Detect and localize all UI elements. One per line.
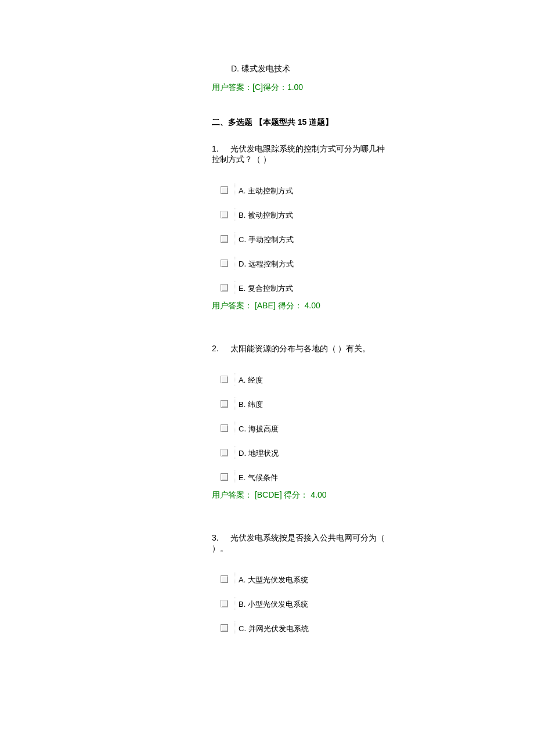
- prev-question-answer: 用户答案：[C]得分：1.00: [212, 82, 534, 93]
- checkbox-icon[interactable]: [221, 400, 228, 408]
- divider-icon: [234, 422, 236, 434]
- section-title-multi-choice: 二、多选题 【本题型共 15 道题】: [212, 117, 534, 128]
- checkbox-icon[interactable]: [221, 575, 228, 583]
- divider-icon: [234, 446, 236, 459]
- score-value: 4.00: [311, 490, 326, 499]
- checkbox-icon[interactable]: [221, 600, 228, 607]
- divider-icon: [234, 281, 236, 294]
- divider-icon: [234, 621, 236, 634]
- question-1: 1. 光伏发电跟踪系统的控制方式可分为哪几种控制方式？（ ）: [212, 144, 389, 165]
- checkbox-icon[interactable]: [221, 284, 228, 291]
- checkbox-icon[interactable]: [221, 473, 228, 481]
- option-row: E. 气候条件: [221, 470, 534, 483]
- option-row: D. 远程控制方式: [221, 257, 534, 269]
- question-number: 1.: [212, 144, 219, 153]
- question-text: 光伏发电系统按是否接入公共电网可分为（ ）。: [212, 533, 385, 553]
- divider-icon: [234, 257, 236, 269]
- question-number: 2.: [212, 344, 219, 353]
- question-3-options: A. 大型光伏发电系统 B. 小型光伏发电系统 C. 并网光伏发电系统: [221, 573, 534, 634]
- checkbox-icon[interactable]: [221, 376, 228, 383]
- option-label: C. 并网光伏发电系统: [239, 622, 309, 634]
- checkbox-icon[interactable]: [221, 186, 228, 194]
- option-row: C. 手动控制方式: [221, 232, 534, 245]
- option-row: B. 小型光伏发电系统: [221, 597, 534, 610]
- section-title-text: 二、多选题 【本题型共 15 道题】: [212, 117, 333, 127]
- option-label: B. 小型光伏发电系统: [239, 597, 308, 610]
- question-1-options: A. 主动控制方式 B. 被动控制方式 C. 手动控制方式 D. 远程控制方式 …: [221, 183, 534, 294]
- answer-value: [ABE]: [255, 301, 276, 310]
- option-row: D. 地理状况: [221, 446, 534, 459]
- question-text: 太阳能资源的分布与各地的（ ）有关。: [230, 344, 371, 353]
- answer-value: [C]: [252, 82, 263, 92]
- divider-icon: [234, 597, 236, 610]
- checkbox-icon[interactable]: [221, 260, 228, 267]
- option-row: C. 海拔高度: [221, 422, 534, 434]
- checkbox-icon[interactable]: [221, 424, 228, 432]
- option-label: C. 海拔高度: [239, 422, 279, 434]
- divider-icon: [234, 232, 236, 245]
- option-row: C. 并网光伏发电系统: [221, 621, 534, 634]
- question-1-answer: 用户答案： [ABE] 得分： 4.00: [212, 301, 534, 311]
- question-3: 3. 光伏发电系统按是否接入公共电网可分为（ ）。: [212, 533, 389, 554]
- divider-icon: [234, 183, 236, 196]
- divider-icon: [234, 208, 236, 221]
- score-value: 1.00: [287, 82, 303, 92]
- question-2-options: A. 经度 B. 纬度 C. 海拔高度 D. 地理状况 E. 气候条件: [221, 373, 534, 483]
- question-2: 2. 太阳能资源的分布与各地的（ ）有关。: [212, 344, 389, 354]
- option-row: B. 被动控制方式: [221, 208, 534, 221]
- score-label: 得分：: [263, 82, 287, 92]
- prev-question-option-d: D. 碟式发电技术: [231, 64, 534, 74]
- option-label: C. 手动控制方式: [239, 233, 294, 245]
- question-text: 光伏发电跟踪系统的控制方式可分为哪几种控制方式？（ ）: [212, 144, 385, 164]
- option-row: A. 经度: [221, 373, 534, 386]
- question-2-answer: 用户答案： [BCDE] 得分： 4.00: [212, 490, 534, 501]
- option-label: E. 气候条件: [239, 471, 278, 483]
- option-label: D. 地理状况: [239, 447, 279, 459]
- divider-icon: [234, 397, 236, 410]
- score-value: 4.00: [304, 301, 320, 310]
- option-text: D. 碟式发电技术: [231, 64, 290, 73]
- question-number: 3.: [212, 533, 219, 542]
- checkbox-icon[interactable]: [221, 211, 228, 218]
- option-row: B. 纬度: [221, 397, 534, 410]
- checkbox-icon[interactable]: [221, 624, 228, 632]
- option-label: A. 主动控制方式: [239, 184, 293, 196]
- answer-value: [BCDE]: [255, 490, 282, 499]
- divider-icon: [234, 470, 236, 483]
- option-row: A. 大型光伏发电系统: [221, 573, 534, 585]
- checkbox-icon[interactable]: [221, 449, 228, 456]
- answer-prefix: 用户答案：: [212, 82, 252, 92]
- score-label: 得分：: [278, 301, 302, 310]
- answer-prefix: 用户答案：: [212, 301, 252, 310]
- option-label: A. 大型光伏发电系统: [239, 573, 308, 585]
- answer-prefix: 用户答案：: [212, 490, 252, 499]
- option-label: A. 经度: [239, 373, 263, 386]
- option-row: E. 复合控制方式: [221, 281, 534, 294]
- option-label: E. 复合控制方式: [239, 282, 293, 294]
- option-row: A. 主动控制方式: [221, 183, 534, 196]
- option-label: B. 纬度: [239, 398, 263, 410]
- divider-icon: [234, 573, 236, 585]
- option-label: B. 被动控制方式: [239, 208, 293, 221]
- score-label: 得分：: [284, 490, 308, 499]
- divider-icon: [234, 373, 236, 386]
- option-label: D. 远程控制方式: [239, 257, 294, 269]
- checkbox-icon[interactable]: [221, 235, 228, 243]
